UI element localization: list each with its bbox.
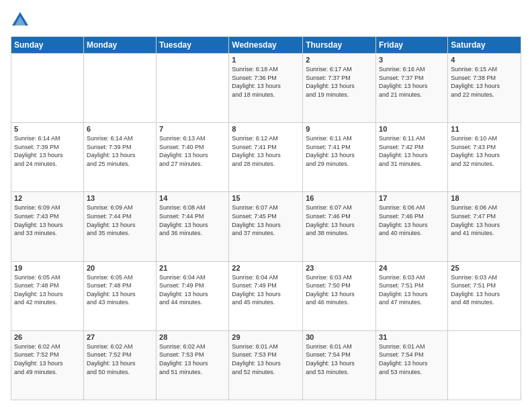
- header: [11, 11, 521, 30]
- calendar-cell: [83, 54, 156, 123]
- day-number: 24: [379, 264, 445, 272]
- calendar-cell: 13Sunrise: 6:09 AM Sunset: 7:44 PM Dayli…: [83, 192, 156, 261]
- calendar-cell: 6Sunrise: 6:14 AM Sunset: 7:39 PM Daylig…: [83, 123, 156, 192]
- week-row-3: 19Sunrise: 6:05 AM Sunset: 7:48 PM Dayli…: [11, 261, 521, 330]
- logo-icon: [11, 11, 30, 30]
- calendar-cell: 15Sunrise: 6:07 AM Sunset: 7:45 PM Dayli…: [229, 192, 303, 261]
- day-info: Sunrise: 6:04 AM Sunset: 7:49 PM Dayligh…: [159, 273, 226, 307]
- day-info: Sunrise: 6:09 AM Sunset: 7:43 PM Dayligh…: [14, 203, 81, 237]
- day-number: 7: [159, 125, 226, 133]
- calendar-cell: 7Sunrise: 6:13 AM Sunset: 7:40 PM Daylig…: [157, 123, 229, 192]
- calendar-cell: 20Sunrise: 6:05 AM Sunset: 7:48 PM Dayli…: [83, 261, 156, 330]
- day-number: 21: [159, 264, 226, 272]
- calendar-cell: 22Sunrise: 6:04 AM Sunset: 7:49 PM Dayli…: [229, 261, 303, 330]
- calendar-cell: 18Sunrise: 6:06 AM Sunset: 7:47 PM Dayli…: [448, 192, 521, 261]
- day-info: Sunrise: 6:12 AM Sunset: 7:41 PM Dayligh…: [232, 134, 300, 168]
- day-info: Sunrise: 6:11 AM Sunset: 7:42 PM Dayligh…: [379, 134, 445, 168]
- day-info: Sunrise: 6:02 AM Sunset: 7:53 PM Dayligh…: [159, 342, 226, 376]
- day-number: 13: [87, 194, 153, 202]
- calendar-cell: [157, 54, 229, 123]
- calendar-cell: 23Sunrise: 6:03 AM Sunset: 7:50 PM Dayli…: [303, 261, 376, 330]
- day-info: Sunrise: 6:13 AM Sunset: 7:40 PM Dayligh…: [159, 134, 226, 168]
- calendar-cell: 29Sunrise: 6:01 AM Sunset: 7:53 PM Dayli…: [229, 330, 303, 400]
- calendar-cell: 31Sunrise: 6:01 AM Sunset: 7:54 PM Dayli…: [376, 330, 448, 400]
- calendar-cell: 25Sunrise: 6:03 AM Sunset: 7:51 PM Dayli…: [448, 261, 521, 330]
- day-info: Sunrise: 6:18 AM Sunset: 7:36 PM Dayligh…: [232, 65, 300, 99]
- day-number: 20: [87, 264, 153, 272]
- day-number: 2: [306, 56, 373, 64]
- day-number: 10: [379, 125, 445, 133]
- day-number: 19: [14, 264, 81, 272]
- day-info: Sunrise: 6:05 AM Sunset: 7:48 PM Dayligh…: [87, 273, 153, 307]
- day-info: Sunrise: 6:11 AM Sunset: 7:41 PM Dayligh…: [306, 134, 373, 168]
- page: SundayMondayTuesdayWednesdayThursdayFrid…: [0, 0, 532, 411]
- calendar-cell: 3Sunrise: 6:16 AM Sunset: 7:37 PM Daylig…: [376, 54, 448, 123]
- calendar-cell: 9Sunrise: 6:11 AM Sunset: 7:41 PM Daylig…: [303, 123, 376, 192]
- calendar-cell: [11, 54, 84, 123]
- day-info: Sunrise: 6:03 AM Sunset: 7:51 PM Dayligh…: [379, 273, 445, 307]
- day-number: 8: [232, 125, 300, 133]
- calendar-cell: 1Sunrise: 6:18 AM Sunset: 7:36 PM Daylig…: [229, 54, 303, 123]
- calendar-cell: 30Sunrise: 6:01 AM Sunset: 7:54 PM Dayli…: [303, 330, 376, 400]
- day-number: 16: [306, 194, 373, 202]
- calendar-cell: 5Sunrise: 6:14 AM Sunset: 7:39 PM Daylig…: [11, 123, 84, 192]
- day-number: 4: [451, 56, 518, 64]
- week-row-4: 26Sunrise: 6:02 AM Sunset: 7:52 PM Dayli…: [11, 330, 521, 400]
- calendar-cell: 21Sunrise: 6:04 AM Sunset: 7:49 PM Dayli…: [157, 261, 229, 330]
- week-row-0: 1Sunrise: 6:18 AM Sunset: 7:36 PM Daylig…: [11, 54, 521, 123]
- day-info: Sunrise: 6:01 AM Sunset: 7:54 PM Dayligh…: [379, 342, 445, 376]
- day-info: Sunrise: 6:02 AM Sunset: 7:52 PM Dayligh…: [14, 342, 81, 376]
- day-number: 3: [379, 56, 445, 64]
- calendar-cell: 4Sunrise: 6:15 AM Sunset: 7:38 PM Daylig…: [448, 54, 521, 123]
- calendar-cell: 14Sunrise: 6:08 AM Sunset: 7:44 PM Dayli…: [157, 192, 229, 261]
- week-row-2: 12Sunrise: 6:09 AM Sunset: 7:43 PM Dayli…: [11, 192, 521, 261]
- day-number: 11: [451, 125, 518, 133]
- calendar-cell: 8Sunrise: 6:12 AM Sunset: 7:41 PM Daylig…: [229, 123, 303, 192]
- day-number: 29: [232, 333, 300, 341]
- calendar-cell: 11Sunrise: 6:10 AM Sunset: 7:43 PM Dayli…: [448, 123, 521, 192]
- day-info: Sunrise: 6:17 AM Sunset: 7:37 PM Dayligh…: [306, 65, 373, 99]
- calendar-cell: 12Sunrise: 6:09 AM Sunset: 7:43 PM Dayli…: [11, 192, 84, 261]
- day-info: Sunrise: 6:10 AM Sunset: 7:43 PM Dayligh…: [451, 134, 518, 168]
- calendar-cell: 27Sunrise: 6:02 AM Sunset: 7:52 PM Dayli…: [83, 330, 156, 400]
- day-info: Sunrise: 6:03 AM Sunset: 7:50 PM Dayligh…: [306, 273, 373, 307]
- day-info: Sunrise: 6:08 AM Sunset: 7:44 PM Dayligh…: [159, 203, 226, 237]
- day-info: Sunrise: 6:14 AM Sunset: 7:39 PM Dayligh…: [87, 134, 153, 168]
- logo: [11, 11, 32, 30]
- day-info: Sunrise: 6:02 AM Sunset: 7:52 PM Dayligh…: [87, 342, 153, 376]
- day-number: 14: [159, 194, 226, 202]
- calendar-cell: 26Sunrise: 6:02 AM Sunset: 7:52 PM Dayli…: [11, 330, 84, 400]
- day-number: 9: [306, 125, 373, 133]
- header-wednesday: Wednesday: [229, 37, 303, 54]
- calendar-cell: 28Sunrise: 6:02 AM Sunset: 7:53 PM Dayli…: [157, 330, 229, 400]
- day-number: 22: [232, 264, 300, 272]
- day-number: 6: [87, 125, 153, 133]
- day-info: Sunrise: 6:03 AM Sunset: 7:51 PM Dayligh…: [451, 273, 518, 307]
- day-info: Sunrise: 6:04 AM Sunset: 7:49 PM Dayligh…: [232, 273, 300, 307]
- day-info: Sunrise: 6:06 AM Sunset: 7:47 PM Dayligh…: [451, 203, 518, 237]
- day-number: 17: [379, 194, 445, 202]
- calendar-cell: 2Sunrise: 6:17 AM Sunset: 7:37 PM Daylig…: [303, 54, 376, 123]
- calendar-cell: 16Sunrise: 6:07 AM Sunset: 7:46 PM Dayli…: [303, 192, 376, 261]
- day-number: 15: [232, 194, 300, 202]
- day-info: Sunrise: 6:01 AM Sunset: 7:53 PM Dayligh…: [232, 342, 300, 376]
- day-info: Sunrise: 6:16 AM Sunset: 7:37 PM Dayligh…: [379, 65, 445, 99]
- day-number: 27: [87, 333, 153, 341]
- day-number: 18: [451, 194, 518, 202]
- calendar-cell: 24Sunrise: 6:03 AM Sunset: 7:51 PM Dayli…: [376, 261, 448, 330]
- calendar-cell: [448, 330, 521, 400]
- calendar-table: SundayMondayTuesdayWednesdayThursdayFrid…: [11, 36, 521, 400]
- calendar-cell: 10Sunrise: 6:11 AM Sunset: 7:42 PM Dayli…: [376, 123, 448, 192]
- header-thursday: Thursday: [303, 37, 376, 54]
- day-info: Sunrise: 6:14 AM Sunset: 7:39 PM Dayligh…: [14, 134, 81, 168]
- header-monday: Monday: [83, 37, 156, 54]
- day-number: 1: [232, 56, 300, 64]
- day-number: 30: [306, 333, 373, 341]
- week-row-1: 5Sunrise: 6:14 AM Sunset: 7:39 PM Daylig…: [11, 123, 521, 192]
- header-saturday: Saturday: [448, 37, 521, 54]
- header-row: SundayMondayTuesdayWednesdayThursdayFrid…: [11, 37, 521, 54]
- day-number: 31: [379, 333, 445, 341]
- day-number: 12: [14, 194, 81, 202]
- calendar-header: SundayMondayTuesdayWednesdayThursdayFrid…: [11, 37, 521, 54]
- calendar-cell: 17Sunrise: 6:06 AM Sunset: 7:46 PM Dayli…: [376, 192, 448, 261]
